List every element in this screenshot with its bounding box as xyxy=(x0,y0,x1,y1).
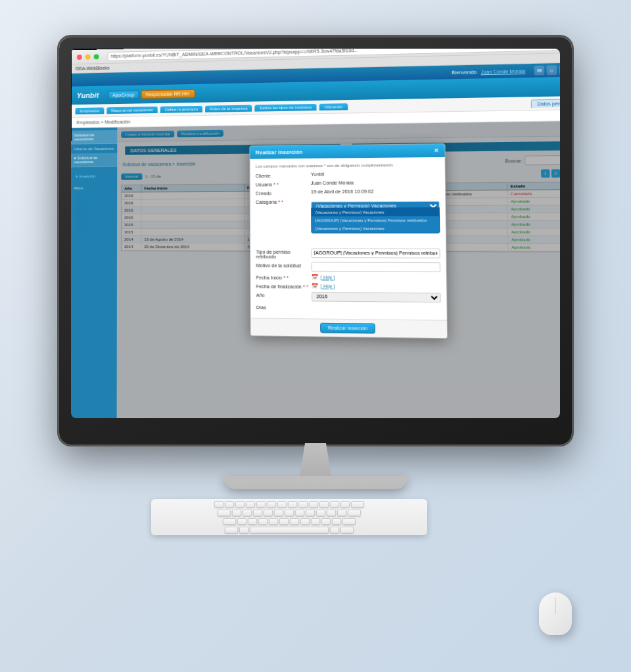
home-icon[interactable]: ⌂ xyxy=(546,65,557,75)
hoy-inicio-link[interactable]: [ Hoy ] xyxy=(321,275,335,279)
dropdown-list: (Vacaciones y Permisos) Vacaciones [AGGR… xyxy=(311,207,440,233)
welcome-text: Bienvenido xyxy=(452,70,477,75)
content-area: Solicitud de vacaciones Informe de Vacac… xyxy=(71,121,560,418)
key xyxy=(337,510,346,516)
year-2014[interactable]: 2014 xyxy=(74,228,114,233)
form-row-usuario: Usuario * Juan Conde Morala xyxy=(256,180,440,187)
close-button-icon[interactable] xyxy=(77,54,82,59)
key xyxy=(316,510,325,516)
tab-jerarquia[interactable]: Define la jerarquía xyxy=(160,105,202,112)
value-usuario: Juan Conde Morala xyxy=(311,180,440,185)
main-content: Copiar a Intranet Guardar Realizar modif… xyxy=(117,121,560,418)
key xyxy=(214,501,223,508)
year-2015d[interactable]: 2015 xyxy=(74,223,114,228)
sidebar-item-solicitud[interactable]: ● Solicitud de vacaciones xyxy=(71,153,117,168)
key-space xyxy=(250,527,329,533)
keyboard xyxy=(151,499,427,535)
key xyxy=(306,510,315,516)
modal-body: Los campos marcados con asterisco * son … xyxy=(250,157,446,320)
motivo-input[interactable] xyxy=(312,262,440,272)
label-dias: Días xyxy=(256,303,312,310)
year-2015b[interactable]: 2015 xyxy=(74,212,114,218)
calendar-inicio-icon[interactable]: 📅 xyxy=(312,274,319,279)
modal-overlay: Realizar Inserción ✕ Los campos marcados… xyxy=(117,121,560,418)
tab-contratos[interactable]: Define los tipos de contratos xyxy=(255,103,317,111)
maximize-button-icon[interactable] xyxy=(94,54,99,59)
ajaxgroup-tab[interactable]: AjaxGroup xyxy=(108,90,139,99)
tab-ubicacion[interactable]: Ubicación xyxy=(319,103,348,110)
form-row-año: Año 2016 xyxy=(256,291,441,302)
label-usuario: Usuario * xyxy=(256,181,311,187)
key xyxy=(246,501,255,508)
modal-insercion: Realizar Inserción ✕ Los campos marcados… xyxy=(249,143,448,339)
mouse xyxy=(539,592,572,635)
key xyxy=(309,501,318,508)
key-shift xyxy=(342,518,356,525)
label-inicio: Fecha Inicio * xyxy=(256,274,312,280)
key xyxy=(290,518,299,525)
sidebar-insercion[interactable]: ↳ Inserción xyxy=(75,168,113,180)
logo: Yunbit xyxy=(77,91,99,99)
modal-close-icon[interactable]: ✕ xyxy=(434,147,439,153)
settings-icon[interactable]: ⚙ xyxy=(559,65,560,75)
key xyxy=(327,510,336,516)
tipo-input[interactable] xyxy=(312,248,440,258)
dropdown-item-permisos[interactable]: [AGGROUP] (Vacaciones y Permisos) Permis… xyxy=(312,216,439,225)
key xyxy=(237,518,246,525)
key xyxy=(235,501,245,508)
monitor-base xyxy=(223,476,408,489)
dropdown-item-vacaciones[interactable]: (Vacaciones y Permisos) Vacaciones xyxy=(312,208,439,216)
tab-mapa[interactable]: Mapa anual vacaciones xyxy=(106,106,157,113)
key xyxy=(274,510,283,516)
key xyxy=(298,501,308,508)
dropdown-item-vacaciones2[interactable]: (Vacaciones y Permisos) Vacaciones xyxy=(312,224,439,233)
tab-personal[interactable]: Datos personales xyxy=(530,99,560,108)
year-2016[interactable]: 2016 xyxy=(74,202,114,207)
key xyxy=(248,518,257,525)
key xyxy=(269,518,278,525)
realizar-insercion-button[interactable]: Realizar Inserción xyxy=(320,322,375,333)
key xyxy=(253,510,262,516)
screen: https://platform.yunbit.es/YUNBIT_ADMIN/… xyxy=(71,49,560,418)
calendar-fin-icon[interactable]: 📅 xyxy=(312,283,319,289)
tab-empleados[interactable]: Empleados xyxy=(76,107,105,114)
minimize-button-icon[interactable] xyxy=(85,54,91,59)
key-backspace xyxy=(351,501,364,508)
label-categoria: Categoría * xyxy=(256,198,311,204)
monitor: https://platform.yunbit.es/YUNBIT_ADMIN/… xyxy=(59,37,572,444)
key-row-3 xyxy=(223,518,356,525)
sidebar-item-vacaciones[interactable]: Solicitud de vacaciones xyxy=(71,130,117,145)
rrhh-tab[interactable]: Responsable RR.HH. xyxy=(141,89,195,99)
key xyxy=(319,501,329,508)
label-creado: Creado xyxy=(256,189,311,196)
key-alt-gr xyxy=(330,527,339,533)
form-row-tipo: Tipo de permiso retribuido xyxy=(256,248,440,259)
year-2015c[interactable]: 2015 xyxy=(74,218,114,223)
key-ctrl xyxy=(225,527,238,533)
label-fin: Fecha de finalización * xyxy=(256,282,312,289)
sidebar-informe[interactable]: Informe de Vacaciones xyxy=(74,147,114,151)
value-dias xyxy=(312,304,441,305)
user-link[interactable]: Juan Conde Morala xyxy=(481,68,526,74)
hoy-fin-link[interactable]: [ Hoy ] xyxy=(321,283,335,288)
modal-title: Realizar Inserción xyxy=(256,149,303,156)
form-row-cliente: Cliente Yunbit xyxy=(256,171,439,178)
label-tipo: Tipo de permiso retribuido xyxy=(256,248,311,259)
key xyxy=(232,510,241,516)
tab-roles[interactable]: Roles de tu empresa xyxy=(205,105,252,112)
año-select[interactable]: 2016 xyxy=(312,291,441,302)
key xyxy=(256,501,266,508)
key-caps xyxy=(223,518,236,525)
window-title: GEA-WebBlocks xyxy=(76,66,110,71)
modal-footer: Realizar Inserción xyxy=(250,318,447,338)
breadcrumb-text: Empleados > Modificación xyxy=(77,120,131,125)
key xyxy=(258,518,268,525)
form-note: Los campos marcados con asterisco * son … xyxy=(256,162,439,168)
value-cliente: Yunbit xyxy=(311,171,440,177)
year-2018[interactable]: 2018 xyxy=(74,197,114,202)
label-motivo: Motivo de la solicitud xyxy=(256,262,311,268)
year-2015a[interactable]: 2015 xyxy=(74,207,114,212)
key-alt xyxy=(239,527,248,533)
mail-icon[interactable]: ✉ xyxy=(534,66,544,76)
scene: https://platform.yunbit.es/YUNBIT_ADMIN/… xyxy=(20,24,611,648)
